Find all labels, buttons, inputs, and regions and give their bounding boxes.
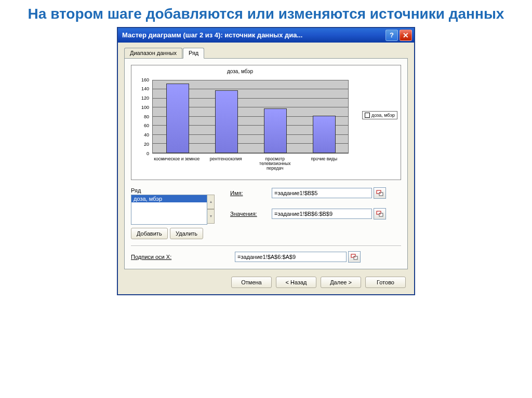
x-tick-label: прочие виды [300,156,349,177]
chevron-down-icon: ▾ [210,214,212,218]
tab-panel-series: доза, мбэр 020406080100120140160 доза, м… [124,58,408,269]
tab-series[interactable]: Ряд [183,48,204,59]
range-selector-name[interactable] [374,187,386,199]
remove-series-button[interactable]: Удалить [170,228,203,239]
legend-label: доза, мбэр [371,113,395,118]
x-axis-input[interactable] [235,252,347,262]
bar [313,116,335,153]
series-listbox-item[interactable]: доза, мбэр [131,195,207,202]
close-icon: ✕ [403,31,409,39]
footer-buttons: Отмена < Назад Далее > Готово [124,277,408,288]
help-button[interactable]: ? [385,30,398,41]
values-input[interactable] [272,209,372,219]
range-selector-values[interactable] [374,208,386,219]
series-group: Ряд доза, мбэр ▴ ▾ Добавить [131,187,401,246]
tab-data-range[interactable]: Диапазон данных [124,48,182,58]
series-listbox[interactable]: доза, мбэр [131,195,207,225]
bar [166,84,189,153]
range-icon [351,254,358,260]
finish-button[interactable]: Готово [365,277,406,288]
x-tick-label: космическое и земное [152,156,202,177]
x-axis-row: Подписи оси X: [131,251,401,263]
dialog-body: Диапазон данных Ряд доза, мбэр 020406080… [118,43,414,294]
close-button[interactable]: ✕ [400,30,412,41]
x-tick-label: рентгеноскопия [202,156,251,177]
name-input[interactable] [272,188,372,198]
titlebar-text: Мастер диаграмм (шаг 2 из 4): источник д… [122,31,384,39]
plot-area [152,80,349,154]
chart-title: доза, мбэр [131,68,349,74]
x-tick-label: просмотр телевизионных передач [250,156,300,177]
back-button[interactable]: < Назад [276,277,316,288]
x-axis-field-label: Подписи оси X: [131,254,235,260]
name-field-label: Имя: [230,190,272,196]
values-field-label: Значения: [230,211,272,217]
range-selector-xaxis[interactable] [348,251,361,263]
chevron-up-icon: ▴ [210,200,212,204]
bar [215,90,237,153]
scroll-up-button[interactable]: ▴ [207,195,215,209]
x-axis-labels: космическое и земноерентгеноскопияпросмо… [152,156,349,177]
series-listbox-label: Ряд [131,187,215,194]
listbox-scroll: ▴ ▾ [207,195,215,224]
next-button[interactable]: Далее > [321,277,361,288]
scroll-down-button[interactable]: ▾ [207,209,215,224]
bar [264,108,286,153]
range-icon [376,211,383,217]
cancel-button[interactable]: Отмена [231,277,272,288]
legend-swatch [365,113,370,118]
page-heading: На втором шаге добавляются или изменяютс… [0,0,532,27]
y-axis: 020406080100120140160 [131,80,151,154]
range-icon [376,190,383,196]
dialog-window: Мастер диаграмм (шаг 2 из 4): источник д… [117,27,415,295]
chart-preview: доза, мбэр 020406080100120140160 доза, м… [131,65,401,180]
legend: доза, мбэр [362,111,397,119]
tab-bar: Диапазон данных Ряд [124,48,408,58]
add-series-button[interactable]: Добавить [131,228,168,239]
help-icon: ? [390,31,394,39]
titlebar: Мастер диаграмм (шаг 2 из 4): источник д… [118,28,414,43]
